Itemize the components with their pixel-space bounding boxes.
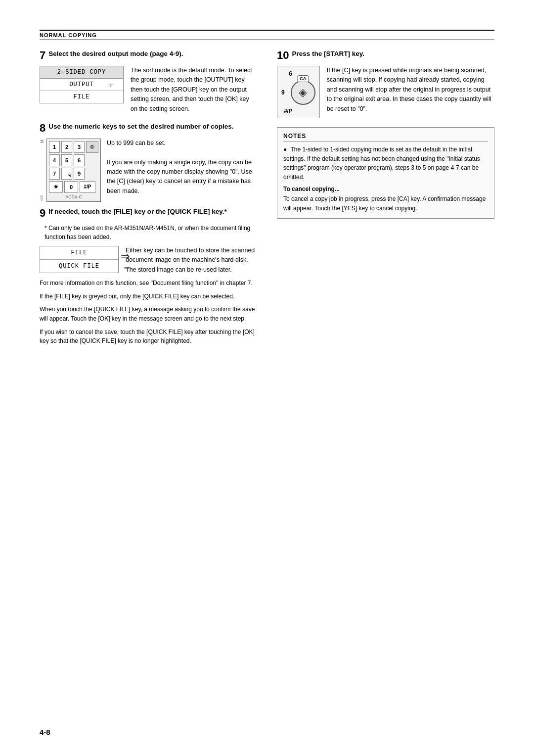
key-c[interactable]: © xyxy=(86,141,98,153)
start-panel: 6 9 CA ◈ xyxy=(277,66,320,118)
page-number: 4-8 xyxy=(40,728,50,736)
step7-heading: Select the desired output mode (page 4-9… xyxy=(48,50,183,57)
key-9[interactable]: 9 xyxy=(74,168,85,180)
step9-description1: Either key can be touched to store the s… xyxy=(126,246,257,275)
step8-number: 8 xyxy=(40,123,45,134)
step8: 8 Use the numeric keys to set the desire… xyxy=(40,123,257,202)
bullet-icon: ● xyxy=(283,146,287,153)
notes-bullet1: ● The 1-sided to 1-sided copying mode is… xyxy=(283,145,488,182)
cancel-title: To cancel copying... xyxy=(283,186,488,192)
step10-description: If the [C] key is pressed while original… xyxy=(327,66,494,114)
file-panel-row1: FILE xyxy=(40,246,118,260)
key-6[interactable]: 6 xyxy=(74,154,85,166)
key-hashp[interactable]: #/P xyxy=(80,181,95,193)
key-star[interactable]: ★ xyxy=(49,181,63,193)
step8-description: Up to 999 can be set.If you are only mak… xyxy=(107,139,257,196)
key-3[interactable]: 3 xyxy=(74,141,85,153)
key-0[interactable]: 0 xyxy=(64,181,78,193)
file-panel-row2: QUICK FILE xyxy=(40,260,118,273)
keypad-side-label-m: M xyxy=(40,140,44,143)
step9-number: 9 xyxy=(40,208,45,219)
keypad-side-label-g5: G5 xyxy=(40,195,44,201)
notes-title: NOTES xyxy=(283,133,488,142)
start-num-9: 9 xyxy=(281,89,285,96)
start-num-6: 6 xyxy=(281,70,292,77)
step10: 10 Press the [START] key. 6 9 xyxy=(277,50,494,118)
key-8[interactable]: ☟ xyxy=(61,168,72,180)
key-2[interactable]: 2 xyxy=(61,141,72,153)
file-right-arrow2: ⇒ xyxy=(124,264,130,272)
step7-number: 7 xyxy=(40,50,45,61)
step9-desc2: For more information on this function, s… xyxy=(40,279,257,288)
cancel-text: To cancel a copy job in progress, press … xyxy=(283,194,488,213)
output-panel-row1: 2-SIDED COPY xyxy=(40,66,123,79)
step9-asterisk: * Can only be used on the AR-M351N/AR-M4… xyxy=(44,224,257,242)
step9: 9 If needed, touch the [FILE] key or the… xyxy=(40,208,257,346)
step8-heading: Use the numeric keys to set the desired … xyxy=(48,123,233,130)
ca-badge: CA xyxy=(297,75,309,82)
file-right-arrow: ⇒ xyxy=(121,250,130,263)
section-title: NORMAL COPYING xyxy=(40,32,97,38)
keypad-bottom-label: ACC#-C xyxy=(49,194,98,199)
step10-heading: Press the [START] key. xyxy=(292,50,364,57)
output-panel-row3: FILE xyxy=(40,91,123,103)
hand-icon: ☞ xyxy=(108,81,113,91)
start-hashp: #/P xyxy=(281,108,292,114)
numeric-keypad: 1 2 3 © 4 5 6 xyxy=(46,139,101,202)
step9-heading: If needed, touch the [FILE] key or the [… xyxy=(48,208,227,215)
start-arrow-icon: ◈ xyxy=(299,86,307,99)
step9-desc5: If you wish to cancel the save, touch th… xyxy=(40,328,257,346)
step7-image: 2-SIDED COPY OUTPUT ☞ FILE xyxy=(40,66,124,103)
file-panel-wrapper: FILE QUICK FILE ⇒ ⇒ xyxy=(40,246,119,273)
notes-box: NOTES ● The 1-sided to 1-sided copying m… xyxy=(277,127,494,219)
file-panel: FILE QUICK FILE xyxy=(40,246,119,273)
step9-desc3: If the [FILE] key is greyed out, only th… xyxy=(40,292,257,301)
key-5[interactable]: 5 xyxy=(61,154,72,166)
key-4[interactable]: 4 xyxy=(49,154,60,166)
step7-description: The sort mode is the default mode. To se… xyxy=(131,66,257,114)
key-7[interactable]: 7 xyxy=(49,168,60,180)
start-button-circle[interactable]: CA ◈ xyxy=(291,80,315,105)
section-header: NORMAL COPYING xyxy=(40,30,494,40)
step9-desc4: When you touch the [QUICK FILE] key, a m… xyxy=(40,305,257,323)
step10-number: 10 xyxy=(277,50,289,61)
key-1[interactable]: 1 xyxy=(49,141,60,153)
output-panel-row2: OUTPUT ☞ xyxy=(40,79,123,91)
step7: 7 Select the desired output mode (page 4… xyxy=(40,50,257,114)
